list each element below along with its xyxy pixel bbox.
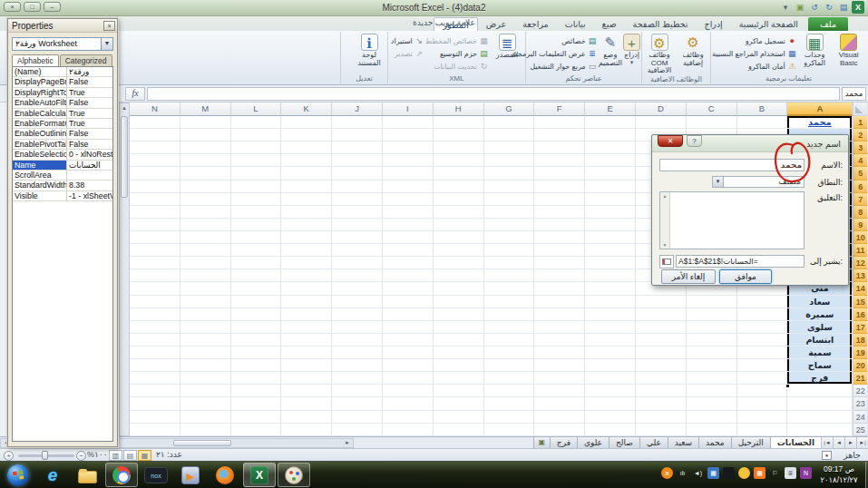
cell-A17[interactable]: سلوى	[787, 321, 853, 334]
cell-N16[interactable]	[130, 308, 180, 321]
cell-K12[interactable]	[281, 257, 332, 269]
zoom-level[interactable]: %١٠٠	[87, 450, 108, 459]
cell-D24[interactable]	[636, 411, 687, 424]
cell-H22[interactable]	[434, 385, 484, 397]
cell-A15[interactable]: سعاد	[787, 296, 853, 308]
cell-L2[interactable]	[231, 129, 282, 142]
column-header-N[interactable]: N	[130, 102, 180, 116]
cell-K21[interactable]	[281, 372, 332, 385]
cell-C24[interactable]	[687, 411, 737, 424]
cell-K23[interactable]	[281, 397, 332, 410]
mouse-utility-icon[interactable]	[723, 467, 735, 479]
column-header-I[interactable]: I	[383, 102, 434, 116]
column-header-G[interactable]: G	[484, 102, 535, 116]
dialog-titlebar[interactable]: اسم جديد ✕ ?	[652, 135, 848, 152]
cell-F7[interactable]	[534, 193, 585, 206]
tab-data[interactable]: بيانات	[557, 17, 594, 31]
cell-H17[interactable]	[434, 321, 484, 334]
close-button[interactable]: ×	[4, 2, 21, 12]
cell-K2[interactable]	[281, 129, 332, 142]
column-header-M[interactable]: M	[180, 102, 231, 116]
cell-K18[interactable]	[281, 334, 332, 346]
cell-K22[interactable]	[281, 385, 332, 397]
file-explorer-icon[interactable]	[71, 463, 103, 487]
cell-M13[interactable]	[180, 269, 231, 282]
cell-D22[interactable]	[636, 385, 687, 397]
row-header-18[interactable]: 18	[853, 334, 868, 346]
tab-formulas[interactable]: صيغ	[594, 17, 625, 31]
cell-B22[interactable]	[737, 385, 788, 397]
vertical-scrollbar[interactable]: ▲	[119, 102, 130, 436]
tab-file[interactable]: ملف	[808, 17, 848, 31]
cell-F23[interactable]	[534, 397, 585, 410]
row-header-6[interactable]: 6	[853, 181, 868, 193]
cell-L17[interactable]	[231, 321, 282, 334]
cell-G1[interactable]	[484, 116, 535, 129]
cell-M17[interactable]	[180, 321, 231, 334]
cell-L7[interactable]	[231, 193, 282, 206]
cell-F13[interactable]	[534, 269, 585, 282]
cell-G10[interactable]	[484, 231, 535, 244]
internet-explorer-icon[interactable]: e	[36, 463, 69, 487]
normal-view-button[interactable]: ▦	[138, 450, 151, 461]
cell-B20[interactable]	[737, 359, 788, 372]
cell-B17[interactable]	[737, 321, 788, 334]
expansion-packs-button[interactable]: ▤حزم التوسيع	[425, 48, 489, 59]
column-header-D[interactable]: D	[636, 102, 687, 116]
row-header-14[interactable]: 14	[853, 282, 868, 295]
cell-C22[interactable]	[687, 385, 737, 397]
tab-page-layout[interactable]: تخطيط الصفحة	[625, 17, 697, 31]
cell-A16[interactable]: سميرة	[787, 308, 853, 321]
cell-J8[interactable]	[332, 206, 383, 219]
cell-M22[interactable]	[180, 385, 231, 397]
import-button[interactable]: ↘استيراد	[391, 35, 424, 46]
cell-I4[interactable]	[383, 154, 434, 167]
cell-K3[interactable]	[281, 142, 332, 154]
cell-N11[interactable]	[130, 244, 180, 257]
cell-F4[interactable]	[534, 154, 585, 167]
cell-E12[interactable]	[585, 257, 636, 269]
ime-language-icon[interactable]: ▦	[707, 467, 719, 479]
cell-D19[interactable]	[636, 346, 687, 359]
cell-K4[interactable]	[281, 154, 332, 167]
cell-E22[interactable]	[585, 385, 636, 397]
row-header-2[interactable]: 2	[853, 129, 868, 142]
cell-L21[interactable]	[231, 372, 282, 385]
cell-G23[interactable]	[484, 397, 535, 410]
cell-J7[interactable]	[332, 193, 383, 206]
property-row[interactable]: Nameالحسابات	[13, 161, 112, 171]
cell-I15[interactable]	[383, 296, 434, 308]
cell-H21[interactable]	[434, 372, 484, 385]
cell-F3[interactable]	[534, 142, 585, 154]
cell-N7[interactable]	[130, 193, 180, 206]
row-header-22[interactable]: 22	[853, 385, 868, 397]
cell-E7[interactable]	[585, 193, 636, 206]
fill-handle[interactable]	[785, 384, 790, 388]
column-header-J[interactable]: J	[332, 102, 383, 116]
cell-M8[interactable]	[180, 206, 231, 219]
cell-L10[interactable]	[231, 231, 282, 244]
cell-D16[interactable]	[636, 308, 687, 321]
nox-player-icon[interactable]: nox	[140, 463, 172, 487]
cell-N9[interactable]	[130, 219, 180, 231]
cell-K7[interactable]	[281, 193, 332, 206]
cell-G17[interactable]	[484, 321, 535, 334]
cell-E15[interactable]	[585, 296, 636, 308]
cell-M9[interactable]	[180, 219, 231, 231]
cell-E16[interactable]	[585, 308, 636, 321]
cell-J20[interactable]	[332, 359, 383, 372]
cell-C15[interactable]	[687, 296, 737, 308]
start-orb[interactable]	[2, 463, 34, 487]
cell-G19[interactable]	[484, 346, 535, 359]
macro-security-button[interactable]: ⚠أمان الماكرو	[712, 61, 797, 72]
cell-E6[interactable]	[585, 181, 636, 193]
cell-A22[interactable]	[787, 385, 853, 397]
cell-L1[interactable]	[231, 116, 282, 129]
cell-H16[interactable]	[434, 308, 484, 321]
cell-L24[interactable]	[231, 411, 282, 424]
cell-J1[interactable]	[332, 116, 383, 129]
refresh-data-button[interactable]: ↻تحديث البيانات	[425, 61, 489, 72]
cell-I11[interactable]	[383, 244, 434, 257]
property-row[interactable]: EnablePivotTablFalse	[13, 140, 112, 150]
cell-C1[interactable]	[687, 116, 737, 129]
